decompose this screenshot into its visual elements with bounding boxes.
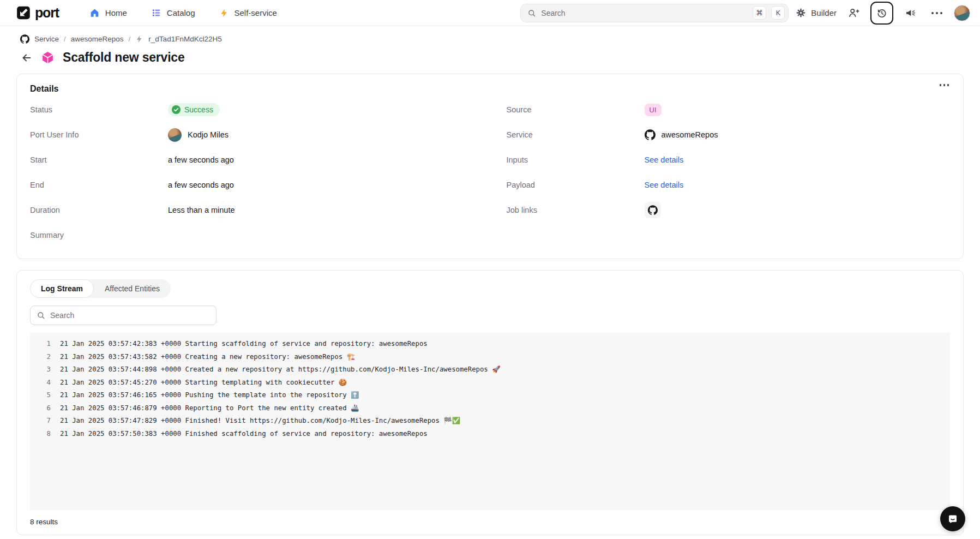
- top-navbar: port Home Catalog Self-service: [0, 0, 980, 26]
- nav-label: Catalog: [167, 8, 195, 17]
- home-icon: [89, 8, 100, 18]
- detail-label: Payload: [507, 181, 645, 189]
- github-icon: [645, 129, 656, 140]
- detail-label: Service: [507, 130, 645, 139]
- log-line-number: 7: [30, 415, 51, 428]
- log-line-text: 21 Jan 2025 03:57:45:270 +0000 Starting …: [60, 376, 347, 390]
- log-line-number: 5: [30, 389, 51, 402]
- breadcrumb-service[interactable]: Service: [34, 35, 59, 43]
- detail-value: a few seconds ago: [168, 181, 234, 189]
- detail-label: Port User Info: [30, 130, 168, 139]
- main-nav: Home Catalog Self-service: [89, 8, 277, 18]
- page-title: Scaffold new service: [63, 50, 185, 65]
- action-bolt-icon: [135, 35, 143, 43]
- log-line: 721 Jan 2025 03:57:47:829 +0000 Finished…: [30, 415, 950, 428]
- brand-name: port: [35, 5, 59, 21]
- details-left-column: StatusSuccessPort User InfoKodjo MilesSt…: [30, 97, 474, 248]
- detail-row-duration: DurationLess than a minute: [30, 197, 474, 223]
- lightning-icon: [219, 8, 229, 18]
- nav-label: Home: [105, 8, 127, 17]
- tab-log-stream[interactable]: Log Stream: [30, 279, 94, 298]
- detail-row-joblinks: Job links: [507, 197, 951, 223]
- status-badge: Success: [168, 103, 220, 116]
- github-icon: [20, 34, 29, 44]
- detail-row-summary: Summary: [30, 223, 474, 248]
- log-line-number: 4: [30, 376, 51, 390]
- detail-row-start: Starta few seconds ago: [30, 147, 474, 172]
- user-avatar-menu[interactable]: [954, 5, 970, 21]
- gear-icon: [796, 8, 806, 18]
- builder-label: Builder: [811, 8, 837, 17]
- log-line-text: 21 Jan 2025 03:57:50:383 +0000 Finished …: [60, 428, 428, 441]
- results-count: 8 results: [30, 518, 950, 526]
- detail-value: awesomeRepos: [645, 129, 718, 140]
- log-search-input[interactable]: [50, 311, 210, 320]
- search-icon: [37, 311, 45, 320]
- log-line: 221 Jan 2025 03:57:43:582 +0000 Creating…: [30, 351, 950, 364]
- detail-value: a few seconds ago: [168, 155, 234, 164]
- log-line: 121 Jan 2025 03:57:42:383 +0000 Starting…: [30, 338, 950, 351]
- log-line-number: 3: [30, 363, 51, 376]
- invite-user-button[interactable]: [844, 3, 863, 23]
- nav-item-catalog[interactable]: Catalog: [151, 8, 195, 18]
- status-text: Success: [184, 105, 213, 114]
- user-name: Kodjo Miles: [188, 130, 229, 139]
- details-title: Details: [30, 84, 950, 94]
- detail-row-source: SourceUI: [507, 97, 951, 122]
- breadcrumb-entity[interactable]: awesomeRepos: [71, 35, 124, 43]
- breadcrumb-run-id[interactable]: r_dTad1FnMdKcl22H5: [148, 35, 221, 43]
- log-line-text: 21 Jan 2025 03:57:44:898 +0000 Created a…: [60, 363, 501, 376]
- detail-value: Kodjo Miles: [168, 128, 229, 142]
- source-badge: UI: [645, 104, 662, 116]
- see-details-link[interactable]: See details: [645, 181, 684, 189]
- arrow-left-icon: [21, 52, 33, 64]
- log-search[interactable]: [30, 306, 217, 325]
- detail-label: Source: [507, 105, 645, 114]
- service-name[interactable]: awesomeRepos: [662, 130, 718, 139]
- chat-widget-button[interactable]: [940, 506, 965, 531]
- search-icon: [527, 9, 536, 17]
- detail-value: Less than a minute: [168, 206, 235, 214]
- see-details-link[interactable]: See details: [645, 155, 684, 164]
- log-line-number: 2: [30, 351, 51, 364]
- job-link-github-button[interactable]: [645, 202, 661, 218]
- log-line-number: 8: [30, 428, 51, 441]
- log-line-text: 21 Jan 2025 03:57:43:582 +0000 Creating …: [60, 351, 355, 364]
- detail-value: UI: [645, 104, 662, 116]
- catalog-icon: [151, 8, 161, 18]
- action-cube-icon: [41, 51, 55, 64]
- detail-value: [645, 202, 661, 218]
- nav-item-self-service[interactable]: Self-service: [219, 8, 277, 18]
- details-right-column: SourceUIServiceawesomeReposInputsSee det…: [507, 97, 951, 248]
- announcements-button[interactable]: [900, 3, 920, 23]
- github-icon: [648, 205, 658, 215]
- global-search[interactable]: ⌘ K: [520, 4, 789, 22]
- builder-button[interactable]: Builder: [796, 8, 837, 18]
- ellipsis-icon: [931, 12, 942, 14]
- log-line-number: 1: [30, 338, 51, 351]
- nav-item-home[interactable]: Home: [89, 8, 127, 18]
- log-stream-viewer[interactable]: 121 Jan 2025 03:57:42:383 +0000 Starting…: [30, 333, 950, 510]
- detail-row-service: ServiceawesomeRepos: [507, 122, 951, 147]
- breadcrumb: Service / awesomeRepos / r_dTad1FnMdKcl2…: [0, 26, 980, 44]
- detail-row-user: Port User InfoKodjo Miles: [30, 122, 474, 147]
- history-clock-icon: [876, 8, 887, 19]
- runs-history-button[interactable]: [870, 2, 893, 25]
- back-button[interactable]: [21, 52, 33, 64]
- navbar-actions: ⌘ K Builder: [520, 2, 970, 25]
- log-line-text: 21 Jan 2025 03:57:46:879 +0000 Reporting…: [60, 402, 359, 415]
- detail-label: End: [30, 181, 168, 189]
- cmd-keycap: ⌘: [753, 6, 766, 20]
- log-line-text: 21 Jan 2025 03:57:46:165 +0000 Pushing t…: [60, 389, 359, 402]
- log-line: 321 Jan 2025 03:57:44:898 +0000 Created …: [30, 363, 950, 376]
- breadcrumb-separator: /: [64, 35, 66, 43]
- user-avatar: [168, 128, 182, 142]
- tab-affected-entities[interactable]: Affected Entities: [94, 279, 171, 298]
- details-menu-button[interactable]: [940, 84, 949, 86]
- detail-label: Summary: [30, 231, 168, 239]
- megaphone-icon: [905, 7, 916, 19]
- detail-label: Status: [30, 105, 168, 114]
- more-options-button[interactable]: [927, 3, 947, 23]
- global-search-input[interactable]: [541, 9, 748, 17]
- port-logo[interactable]: port: [16, 5, 59, 21]
